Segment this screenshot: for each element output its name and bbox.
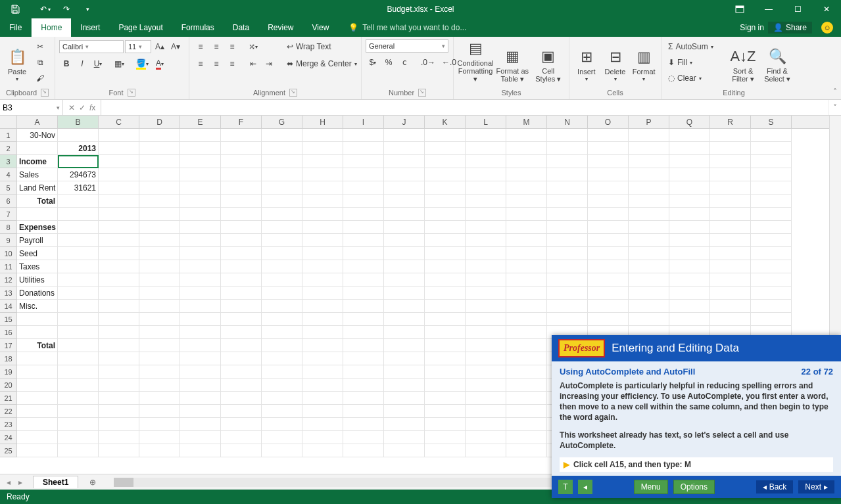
cell[interactable] [384, 234, 425, 247]
cell[interactable] [262, 234, 302, 247]
column-header[interactable]: A [17, 116, 58, 128]
cell[interactable] [58, 195, 99, 208]
row-header[interactable]: 3 [0, 155, 17, 168]
column-header[interactable]: L [466, 116, 506, 128]
cell[interactable] [180, 431, 221, 444]
tutorial-options-button[interactable]: Options [673, 480, 715, 494]
cell[interactable] [99, 181, 139, 195]
cell[interactable] [710, 286, 751, 300]
row-header[interactable]: 5 [0, 181, 17, 195]
cell[interactable] [302, 181, 343, 195]
cell[interactable] [139, 168, 180, 181]
copy-icon[interactable]: ⧉ [33, 55, 47, 70]
cell[interactable]: Taxes [17, 260, 58, 273]
cell[interactable] [466, 260, 506, 273]
cell[interactable] [221, 405, 262, 418]
bold-button[interactable]: B [59, 57, 74, 71]
cell[interactable] [629, 129, 669, 142]
row-header[interactable]: 6 [0, 195, 17, 208]
cell[interactable] [710, 129, 751, 142]
increase-font-icon[interactable]: A▴ [153, 39, 167, 54]
cell[interactable] [99, 142, 139, 155]
cell[interactable] [139, 300, 180, 313]
cell[interactable] [751, 273, 792, 286]
cell[interactable] [751, 155, 792, 168]
cell[interactable] [384, 418, 425, 431]
cell[interactable] [588, 221, 629, 234]
comma-format-icon[interactable]: ⅽ [397, 55, 412, 70]
cell[interactable] [506, 181, 547, 195]
cell[interactable] [139, 378, 180, 392]
cell[interactable] [629, 142, 669, 155]
cell[interactable] [343, 444, 384, 457]
row-header[interactable]: 19 [0, 365, 17, 378]
cell[interactable] [302, 392, 343, 405]
cell[interactable] [425, 195, 466, 208]
cell[interactable] [180, 168, 221, 181]
cell[interactable] [139, 260, 180, 273]
cell[interactable] [669, 221, 710, 234]
cell[interactable] [547, 273, 588, 286]
cell[interactable] [425, 431, 466, 444]
cell[interactable] [262, 260, 302, 273]
cell[interactable] [262, 208, 302, 221]
cell[interactable] [384, 260, 425, 273]
cell[interactable] [425, 286, 466, 300]
cell[interactable] [221, 142, 262, 155]
cell[interactable] [384, 365, 425, 378]
column-header[interactable]: P [629, 116, 669, 128]
cell[interactable] [343, 339, 384, 352]
cell[interactable] [466, 431, 506, 444]
cell[interactable] [384, 378, 425, 392]
tab-view[interactable]: View [303, 18, 339, 37]
row-header[interactable]: 17 [0, 339, 17, 352]
cell[interactable] [180, 129, 221, 142]
decrease-indent-icon[interactable]: ⇤ [246, 57, 260, 71]
cell[interactable] [302, 405, 343, 418]
cell[interactable] [751, 234, 792, 247]
cell[interactable] [384, 326, 425, 339]
clipboard-launcher[interactable] [41, 89, 49, 97]
cell[interactable] [629, 273, 669, 286]
paste-button[interactable]: 📋 Paste ▾ [4, 39, 30, 84]
cell-styles-button[interactable]: ▣CellStyles ▾ [532, 39, 565, 84]
cell[interactable] [58, 352, 99, 365]
cell[interactable] [99, 195, 139, 208]
cell[interactable]: 2013 [58, 142, 99, 155]
cell[interactable] [58, 431, 99, 444]
cell[interactable] [302, 155, 343, 168]
cell[interactable] [262, 181, 302, 195]
undo-icon[interactable]: ↶ ▾ [36, 2, 55, 16]
cell[interactable] [180, 418, 221, 431]
cell[interactable] [466, 326, 506, 339]
cell[interactable] [262, 129, 302, 142]
cell[interactable] [221, 392, 262, 405]
cell[interactable] [262, 431, 302, 444]
row-header[interactable]: 25 [0, 444, 17, 457]
row-header[interactable]: 14 [0, 300, 17, 313]
cell[interactable] [58, 221, 99, 234]
cell[interactable] [139, 221, 180, 234]
cell[interactable] [506, 444, 547, 457]
cell[interactable] [710, 313, 751, 326]
cell[interactable] [262, 405, 302, 418]
cell[interactable] [343, 247, 384, 260]
cell[interactable] [629, 155, 669, 168]
cell[interactable] [384, 352, 425, 365]
cell[interactable] [180, 286, 221, 300]
sort-filter-button[interactable]: A↓ZSort &Filter ▾ [727, 39, 759, 84]
cell[interactable] [180, 155, 221, 168]
cell[interactable] [629, 247, 669, 260]
cell[interactable] [629, 181, 669, 195]
cell[interactable] [669, 142, 710, 155]
cell[interactable] [343, 313, 384, 326]
cell[interactable]: Total [17, 195, 58, 208]
cell[interactable] [99, 352, 139, 365]
cell[interactable] [588, 273, 629, 286]
cell[interactable] [751, 142, 792, 155]
cell[interactable] [343, 418, 384, 431]
cell[interactable] [99, 234, 139, 247]
cell[interactable] [99, 392, 139, 405]
cell[interactable] [262, 273, 302, 286]
cell[interactable] [506, 326, 547, 339]
